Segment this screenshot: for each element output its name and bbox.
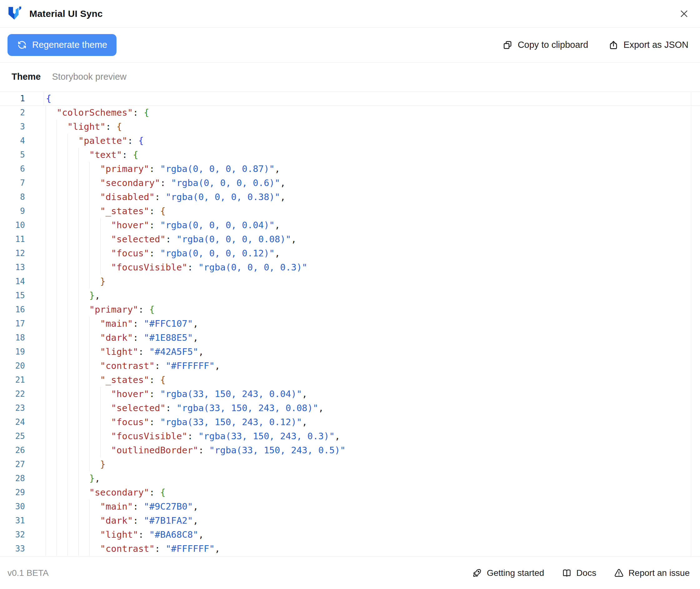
indent-guide [56, 514, 57, 528]
code-token-b2: } [89, 473, 95, 483]
code-line[interactable]: 7 "secondary": "rgba(0, 0, 0, 0.6)", [0, 176, 700, 190]
line-number: 8 [0, 190, 44, 204]
code-line[interactable]: 4 "palette": { [0, 134, 700, 148]
copy-to-clipboard-button[interactable]: Copy to clipboard [502, 40, 588, 50]
line-number: 4 [0, 134, 44, 148]
code-line[interactable]: 22 "hover": "rgba(33, 150, 243, 0.04)", [0, 387, 700, 401]
code-line[interactable]: 14 } [0, 274, 700, 288]
code-line[interactable]: 28 }, [0, 471, 700, 485]
code-line[interactable]: 3 "light": { [0, 120, 700, 134]
export-as-json-button[interactable]: Export as JSON [608, 40, 688, 50]
code-line[interactable]: 17 "main": "#FFC107", [0, 317, 700, 331]
code-line[interactable]: 26 "outlinedBorder": "rgba(33, 150, 243,… [0, 443, 700, 457]
indent-guide [89, 359, 90, 373]
indent-guide [46, 401, 46, 415]
code-token-val: "rgba(0, 0, 0, 0.38)" [165, 192, 280, 202]
indent-guide [89, 317, 90, 331]
code-line[interactable]: 27 } [0, 457, 700, 471]
code-line[interactable]: 23 "selected": "rgba(33, 150, 243, 0.08)… [0, 401, 700, 415]
code-token-key: "primary" [100, 164, 149, 174]
indent-guide [56, 134, 57, 148]
indent-guide [78, 218, 79, 232]
code-line[interactable]: 30 "main": "#9C27B0", [0, 500, 700, 514]
book-icon [562, 568, 572, 578]
indent-guide [78, 471, 79, 485]
code-token-punct: , [215, 361, 220, 371]
code-line-content: "dark": "#7B1FA2", [44, 514, 691, 528]
code-line-content: "dark": "#1E88E5", [44, 331, 691, 345]
code-token-key: "_states" [100, 375, 149, 385]
code-token-punct: , [275, 248, 280, 258]
code-editor[interactable]: 1{2 "colorSchemes": {3 "light": {4 "pale… [0, 91, 700, 557]
code-token-punct: : [105, 121, 116, 132]
indent-guide [89, 401, 90, 415]
code-line[interactable]: 11 "selected": "rgba(0, 0, 0, 0.08)", [0, 232, 700, 246]
docs-link[interactable]: Docs [562, 568, 596, 578]
code-token-key: "dark" [100, 515, 133, 526]
line-number: 21 [0, 373, 44, 387]
code-line[interactable]: 20 "contrast": "#FFFFFF", [0, 359, 700, 373]
code-line[interactable]: 13 "focusVisible": "rgba(0, 0, 0, 0.3)" [0, 260, 700, 274]
line-number: 13 [0, 260, 44, 274]
code-token-val: "#42A5F5" [149, 346, 198, 357]
regenerate-theme-label: Regenerate theme [32, 40, 107, 50]
indent-guide [89, 218, 90, 232]
code-line[interactable]: 5 "text": { [0, 148, 700, 162]
code-token-punct: : [154, 361, 165, 371]
indent-guide [67, 514, 68, 528]
code-line[interactable]: 6 "primary": "rgba(0, 0, 0, 0.87)", [0, 162, 700, 176]
code-indent [46, 501, 100, 512]
code-line[interactable]: 24 "focus": "rgba(33, 150, 243, 0.12)", [0, 415, 700, 429]
getting-started-label: Getting started [487, 568, 544, 578]
indent-guide [78, 359, 79, 373]
close-button[interactable] [677, 7, 691, 21]
indent-guide [67, 500, 68, 514]
code-line[interactable]: 2 "colorSchemes": { [0, 106, 700, 120]
indent-guide [67, 528, 68, 542]
indent-guide [78, 176, 79, 190]
code-token-val: "rgba(33, 150, 243, 0.5)" [209, 445, 346, 455]
indent-guide [78, 401, 79, 415]
tab-storybook-preview[interactable]: Storybook preview [52, 71, 126, 82]
code-line-content: "primary": { [44, 303, 691, 317]
getting-started-link[interactable]: Getting started [472, 568, 544, 578]
code-line[interactable]: 33 "contrast": "#FFFFFF", [0, 542, 700, 556]
code-token-b1: { [46, 93, 51, 104]
indent-guide [46, 359, 46, 373]
code-line-content: "focus": "rgba(0, 0, 0, 0.12)", [44, 246, 691, 260]
code-line-content: "selected": "rgba(0, 0, 0, 0.08)", [44, 232, 691, 246]
indent-guide [89, 162, 90, 176]
code-line[interactable]: 10 "hover": "rgba(0, 0, 0, 0.04)", [0, 218, 700, 232]
indent-guide [67, 246, 68, 260]
regenerate-theme-button[interactable]: Regenerate theme [7, 34, 116, 56]
indent-guide [56, 246, 57, 260]
report-an-issue-link[interactable]: Report an issue [614, 568, 690, 578]
indent-guide [89, 373, 90, 387]
code-line[interactable]: 19 "light": "#42A5F5", [0, 345, 700, 359]
code-token-val: "rgba(0, 0, 0, 0.3)" [198, 262, 307, 272]
code-line[interactable]: 32 "light": "#BA68C8", [0, 528, 700, 542]
code-line[interactable]: 12 "focus": "rgba(0, 0, 0, 0.12)", [0, 246, 700, 260]
code-line[interactable]: 18 "dark": "#1E88E5", [0, 331, 700, 345]
code-line[interactable]: 31 "dark": "#7B1FA2", [0, 514, 700, 528]
code-line[interactable]: 1{ [0, 91, 700, 106]
indent-guide [78, 443, 79, 457]
code-line[interactable]: 8 "disabled": "rgba(0, 0, 0, 0.38)", [0, 190, 700, 204]
code-line[interactable]: 16 "primary": { [0, 303, 700, 317]
code-token-punct: , [198, 346, 204, 357]
export-as-json-label: Export as JSON [624, 40, 688, 50]
code-indent [46, 178, 100, 188]
code-line[interactable]: 21 "_states": { [0, 373, 700, 387]
code-line-content: "main": "#FFC107", [44, 317, 691, 331]
indent-guide [67, 401, 68, 415]
code-token-key: "hover" [111, 389, 149, 399]
code-line[interactable]: 9 "_states": { [0, 204, 700, 218]
tab-theme[interactable]: Theme [12, 71, 41, 82]
line-number: 30 [0, 500, 44, 514]
indent-guide [67, 232, 68, 246]
code-token-val: "#FFFFFF" [165, 361, 215, 371]
code-line[interactable]: 25 "focusVisible": "rgba(33, 150, 243, 0… [0, 429, 700, 443]
code-line[interactable]: 29 "secondary": { [0, 485, 700, 500]
code-line[interactable]: 15 }, [0, 288, 700, 303]
indent-guide [46, 317, 46, 331]
